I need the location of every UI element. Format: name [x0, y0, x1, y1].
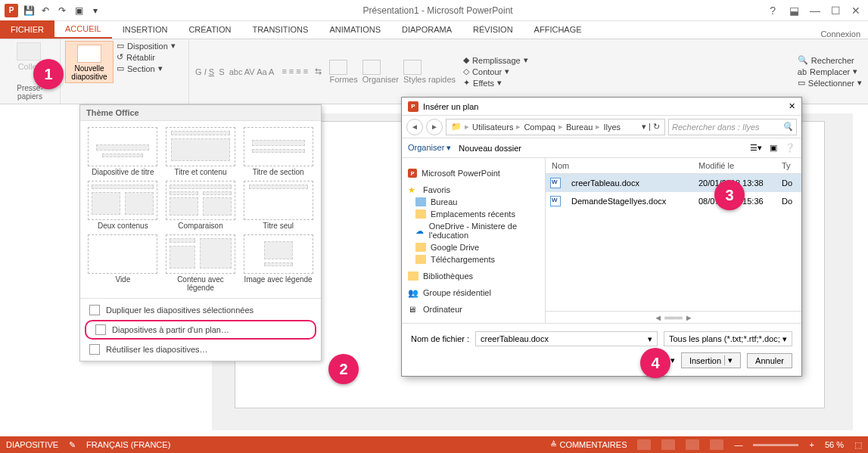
tab-design[interactable]: CRÉATION: [178, 20, 241, 39]
layout-title-slide[interactable]: Diapositive de titre: [86, 127, 160, 176]
filename-input[interactable]: creerTableau.docx▾: [475, 331, 658, 346]
docx-icon: [550, 178, 561, 188]
duplicate-icon: [89, 305, 100, 315]
layout-section-header[interactable]: Titre de section: [241, 127, 315, 176]
sorter-view-icon[interactable]: [661, 439, 675, 450]
status-slide[interactable]: DIAPOSITIVE: [6, 440, 58, 449]
tree-powerpoint: PMicrosoft PowerPoint: [405, 167, 542, 179]
shape-effects-button[interactable]: ✦ Effets ▾: [463, 78, 528, 88]
window-title: Présentation1 - Microsoft PowerPoint: [106, 5, 770, 16]
step-badge-1: 1: [33, 59, 64, 89]
filename-label: Nom de fichier :: [411, 334, 469, 343]
status-language[interactable]: FRANÇAIS (FRANCE): [86, 440, 170, 449]
start-slideshow-icon[interactable]: ▣: [73, 5, 85, 17]
reset-button[interactable]: ↺Rétablir: [117, 52, 176, 62]
horizontal-scrollbar[interactable]: ◄ ═══ ►: [546, 311, 801, 323]
new-slide-button[interactable]: Nouvelle diapositive: [65, 41, 114, 83]
status-bar: DIAPOSITIVE ✎ FRANÇAIS (FRANCE) ≜ COMMEN…: [0, 436, 868, 453]
slideshow-view-icon[interactable]: [710, 439, 723, 450]
ribbon-font-paragraph: G I S S abc AV Aa A ≡ ≡ ≡ ≡ ⇆ Formes Org…: [189, 39, 868, 104]
spellcheck-icon[interactable]: ✎: [69, 440, 76, 450]
tree-desktop: Bureau: [405, 196, 542, 208]
new-slide-icon: [77, 45, 101, 63]
zoom-value[interactable]: 56 %: [825, 440, 844, 449]
minimize-icon[interactable]: —: [810, 5, 820, 16]
tab-slideshow[interactable]: DIAPORAMA: [391, 20, 462, 39]
layout-picture-caption[interactable]: Image avec légende: [241, 234, 315, 292]
layout-title-content[interactable]: Titre et contenu: [164, 127, 238, 176]
ribbon: Coller Presse-papiers Nouvelle diapositi…: [0, 39, 868, 104]
redo-icon[interactable]: ↷: [56, 5, 68, 17]
layout-title-only[interactable]: Titre seul: [241, 181, 315, 230]
help-icon[interactable]: ?: [770, 5, 776, 17]
save-icon[interactable]: 💾: [23, 5, 35, 17]
organize-button[interactable]: Organiser ▾: [408, 143, 451, 153]
col-name[interactable]: Nom: [546, 158, 695, 173]
reuse-slides-item[interactable]: Réutiliser les diapositives…: [80, 341, 321, 358]
layout-gallery: Thème Office Diapositive de titre Titre …: [79, 104, 322, 361]
tab-transitions[interactable]: TRANSITIONS: [241, 20, 319, 39]
folder-tree[interactable]: PMicrosoft PowerPoint ★Favoris Bureau Em…: [402, 158, 546, 323]
step-badge-2: 2: [328, 354, 359, 384]
file-type-filter[interactable]: Tous les plans (*.txt;*.rtf;*.doc;▾: [664, 331, 792, 346]
insert-button[interactable]: Insertion▾: [681, 352, 741, 368]
shapes-button[interactable]: Formes: [329, 60, 357, 84]
layout-blank[interactable]: Vide: [86, 234, 160, 292]
dialog-close-icon[interactable]: ✕: [789, 101, 795, 111]
ribbon-options-icon[interactable]: ⬓: [789, 5, 799, 16]
zoom-out-icon[interactable]: —: [734, 440, 742, 449]
find-button[interactable]: 🔍 Rechercher: [798, 55, 862, 65]
select-button[interactable]: ▭ Sélectionner ▾: [798, 78, 862, 88]
layout-comparison[interactable]: Comparaison: [164, 181, 238, 230]
back-icon[interactable]: ◄: [406, 119, 423, 135]
quick-access-toolbar: P 💾 ↶ ↷ ▣ ▾: [0, 4, 106, 17]
layout-button[interactable]: ▭Disposition▾: [117, 41, 176, 51]
tree-favorites: ★Favoris: [405, 184, 542, 196]
view-options-icon[interactable]: ☰▾: [750, 143, 762, 153]
normal-view-icon[interactable]: [637, 439, 651, 450]
tab-view[interactable]: AFFICHAGE: [524, 20, 593, 39]
tab-review[interactable]: RÉVISION: [462, 20, 524, 39]
section-button[interactable]: ▭Section▾: [117, 64, 176, 73]
breadcrumb[interactable]: 📁 ▸Utilisateurs ▸Compaq ▸Bureau ▸Ilyes ▾…: [446, 119, 665, 135]
close-icon[interactable]: ✕: [851, 5, 860, 16]
help-dialog-icon[interactable]: ❔: [785, 143, 795, 153]
tab-file[interactable]: FICHIER: [0, 20, 54, 39]
forward-icon[interactable]: ►: [426, 119, 443, 135]
qat-dropdown-icon[interactable]: ▾: [89, 5, 101, 17]
cancel-button[interactable]: Annuler: [747, 353, 792, 368]
layout-content-caption[interactable]: Contenu avec légende: [164, 234, 238, 292]
file-row[interactable]: DemandeStageIlyes.docx 08/07/2017 15:36 …: [546, 192, 801, 210]
zoom-slider[interactable]: [753, 444, 798, 446]
search-icon: 🔍: [782, 122, 793, 132]
duplicate-slides-item[interactable]: Dupliquer les diapositives sélectionnées: [80, 302, 321, 318]
slides-from-outline-item[interactable]: Diapositives à partir d'un plan…: [85, 320, 316, 340]
maximize-icon[interactable]: ☐: [831, 5, 841, 16]
clipboard-icon: [17, 42, 41, 61]
reading-view-icon[interactable]: [686, 439, 699, 450]
search-input[interactable]: Rechercher dans : Ilyes 🔍: [668, 119, 797, 135]
tab-insert[interactable]: INSERTION: [112, 20, 179, 39]
col-modified[interactable]: Modifié le: [695, 158, 779, 173]
sign-in-link[interactable]: Connexion: [820, 29, 860, 39]
quick-styles-button[interactable]: Styles rapides: [403, 60, 456, 84]
new-folder-button[interactable]: Nouveau dossier: [459, 144, 521, 153]
arrange-button[interactable]: Organiser: [362, 60, 399, 84]
replace-button[interactable]: ab Remplacer ▾: [798, 67, 862, 76]
file-row[interactable]: creerTableau.docx 20/01/2018 13:38 Do: [546, 174, 801, 192]
zoom-in-icon[interactable]: +: [809, 440, 814, 449]
undo-icon[interactable]: ↶: [39, 5, 51, 17]
layout-two-content[interactable]: Deux contenus: [86, 181, 160, 230]
preview-pane-icon[interactable]: ▣: [770, 143, 777, 153]
outline-icon: [95, 324, 106, 335]
shape-fill-button[interactable]: ◆ Remplissage ▾: [463, 55, 528, 65]
tab-animations[interactable]: ANIMATIONS: [319, 20, 391, 39]
dialog-nav: ◄ ► 📁 ▸Utilisateurs ▸Compaq ▸Bureau ▸Ily…: [402, 116, 801, 138]
shape-outline-button[interactable]: ◇ Contour ▾: [463, 67, 528, 76]
col-type[interactable]: Ty: [779, 158, 801, 173]
fit-to-window-icon[interactable]: ⬚: [854, 440, 862, 450]
tree-computer: 🖥Ordinateur: [405, 303, 542, 315]
gallery-header: Thème Office: [80, 105, 321, 121]
tab-home[interactable]: ACCUEIL: [54, 20, 112, 39]
comments-button[interactable]: ≜ COMMENTAIRES: [550, 440, 627, 450]
